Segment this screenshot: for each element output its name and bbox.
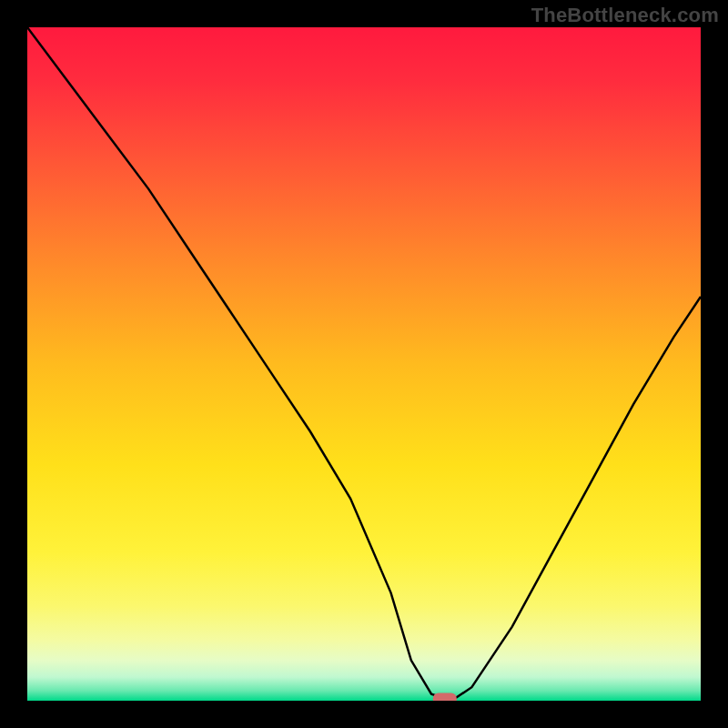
optimal-marker	[433, 693, 457, 702]
bottleneck-chart	[27, 27, 701, 701]
chart-frame: TheBottleneck.com	[0, 0, 728, 728]
attribution-label: TheBottleneck.com	[531, 4, 719, 27]
plot-background	[27, 27, 701, 701]
